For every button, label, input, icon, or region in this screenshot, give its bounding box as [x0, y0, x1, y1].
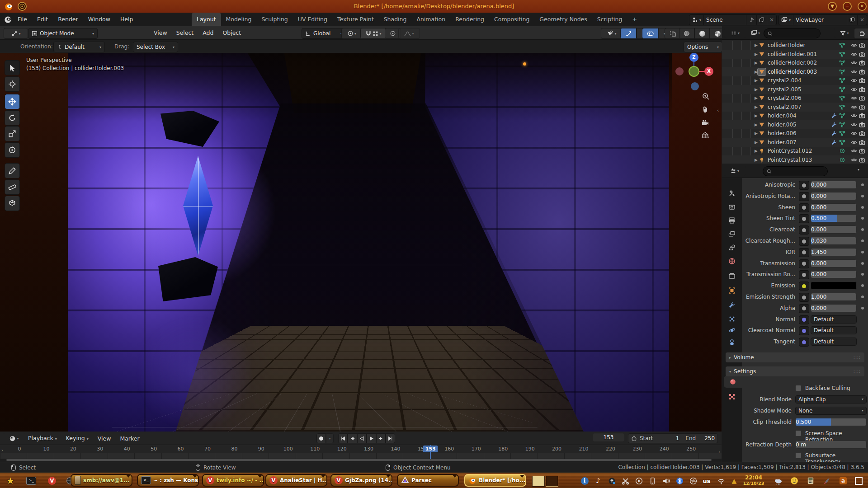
- viewport-3d[interactable]: User Perspective (153) Collection | coll…: [0, 53, 722, 432]
- hide-eye-icon[interactable]: [851, 148, 857, 154]
- outliner-row-PointCrystal.013[interactable]: ▶PointCrystal.013: [722, 155, 868, 164]
- expand-arrow-icon[interactable]: ▶: [755, 43, 758, 47]
- gizmo-z-axis[interactable]: Z: [689, 53, 698, 62]
- blender-menu-icon[interactable]: [4, 15, 12, 23]
- disable-render-camera-icon[interactable]: [859, 86, 865, 93]
- animate-decorator[interactable]: [861, 195, 864, 197]
- tray-music-icon[interactable]: ♪: [593, 476, 603, 486]
- tool-transform-button[interactable]: [5, 142, 20, 158]
- checkbox[interactable]: [795, 385, 802, 391]
- editor-type-button[interactable]: ▾: [4, 28, 28, 39]
- expand-arrow-icon[interactable]: ▶: [755, 131, 758, 136]
- tray-scissors-icon[interactable]: [620, 476, 630, 486]
- outliner-row-holder.005[interactable]: ▶holder.005: [722, 120, 868, 129]
- outliner-item-label[interactable]: crystal2.004: [768, 77, 802, 84]
- disable-render-camera-icon[interactable]: [859, 130, 865, 136]
- camera-view-icon[interactable]: [701, 119, 709, 127]
- task-button-1[interactable]: smb://awv@1...: [71, 474, 132, 487]
- menu-render[interactable]: Render: [53, 13, 83, 26]
- viewlayer-name[interactable]: ViewLayer: [793, 15, 847, 25]
- outliner-item-label[interactable]: PointCrystal.012: [768, 148, 812, 154]
- outliner-item-label[interactable]: colliderHolder.001: [768, 51, 817, 57]
- properties-tab-particles[interactable]: [722, 313, 742, 325]
- property-slider[interactable]: 0.000: [811, 192, 857, 200]
- tray-weather-icon[interactable]: [773, 476, 783, 486]
- disable-render-camera-icon[interactable]: [859, 113, 865, 119]
- scene-pin-icon[interactable]: [746, 15, 757, 25]
- transport-play-back-button[interactable]: [357, 433, 367, 443]
- animate-decorator[interactable]: [861, 251, 864, 253]
- animate-decorator[interactable]: [861, 239, 864, 242]
- expand-arrow-icon[interactable]: ▶: [755, 113, 758, 118]
- properties-tab-tool[interactable]: [722, 188, 742, 199]
- tray-warning-icon[interactable]: ▲: [729, 476, 739, 486]
- scene-new-icon[interactable]: [757, 15, 767, 25]
- end-value[interactable]: 250: [698, 435, 715, 441]
- node-socket-button[interactable]: [799, 192, 809, 201]
- property-slider[interactable]: 0.000: [811, 304, 857, 312]
- hide-eye-icon[interactable]: [851, 130, 857, 136]
- node-socket-button[interactable]: [799, 338, 809, 347]
- disable-render-camera-icon[interactable]: [859, 95, 865, 101]
- task-button-2[interactable]: >_~ : zsh — Kons...: [137, 474, 199, 487]
- disable-render-camera-icon[interactable]: [859, 139, 865, 145]
- outliner-editor-type-button[interactable]: ▾: [724, 28, 746, 38]
- sidebar-toggle-arrow[interactable]: ‹: [717, 108, 719, 113]
- disable-render-camera-icon[interactable]: [859, 51, 865, 57]
- transform-orientation-dropdown[interactable]: Global ▾: [302, 28, 346, 39]
- outliner-item-label[interactable]: holder.006: [768, 130, 797, 136]
- transport-prev-key-button[interactable]: [348, 433, 357, 443]
- outliner-row-colliderHolder[interactable]: ▶colliderHolder: [722, 41, 868, 50]
- disable-render-camera-icon[interactable]: [859, 104, 865, 110]
- node-socket-button[interactable]: [799, 248, 809, 257]
- expand-arrow-icon[interactable]: ▶: [755, 96, 758, 100]
- proportional-falloff-dropdown[interactable]: ▾: [398, 28, 420, 39]
- tray-smiley-icon[interactable]: [789, 476, 799, 486]
- disable-render-camera-icon[interactable]: [859, 122, 865, 128]
- snap-toggle-and-target[interactable]: ▾: [360, 28, 387, 39]
- properties-tab-scene[interactable]: [722, 242, 742, 253]
- timeline-editor-type-button[interactable]: ▾: [3, 433, 25, 443]
- zoom-icon[interactable]: [702, 92, 710, 100]
- timeline-menu-marker[interactable]: Marker: [115, 432, 144, 445]
- settings-panel-header[interactable]: ▾Settings::::: [726, 366, 864, 376]
- tray-network-icon[interactable]: [688, 476, 698, 486]
- orthographic-grid-icon[interactable]: [701, 131, 709, 140]
- color-swatch[interactable]: [811, 282, 857, 290]
- tray-phone-icon[interactable]: [647, 476, 657, 486]
- expand-arrow-icon[interactable]: ▶: [755, 70, 758, 74]
- tray-calculator-icon[interactable]: [806, 476, 816, 486]
- disable-render-camera-icon[interactable]: [859, 157, 865, 163]
- viewport-menu-add[interactable]: Add: [198, 26, 218, 39]
- pivot-point-dropdown[interactable]: ▾: [341, 28, 362, 39]
- timeline-ruler[interactable]: › ‹ 010203040506070809010011012013014015…: [0, 445, 722, 459]
- animate-decorator[interactable]: [861, 284, 864, 287]
- hide-eye-icon[interactable]: [851, 86, 857, 93]
- task-button-5[interactable]: VGjbZa.png (14...: [330, 474, 392, 487]
- viewlayer-browse-icon[interactable]: ▾: [779, 15, 793, 25]
- properties-tab-constraints[interactable]: [722, 337, 742, 348]
- node-socket-button[interactable]: [799, 181, 809, 190]
- hide-eye-icon[interactable]: [851, 104, 857, 110]
- scene-selector[interactable]: ▾ Scene ✕: [689, 14, 777, 25]
- property-slider[interactable]: 1.450: [811, 248, 857, 256]
- property-dropdown[interactable]: Default: [811, 326, 857, 334]
- properties-search-input[interactable]: [763, 166, 828, 176]
- volume-panel-header[interactable]: ▸Volume::::: [726, 352, 864, 362]
- virtual-desktop-1[interactable]: [532, 476, 545, 487]
- hide-eye-icon[interactable]: [851, 51, 857, 57]
- launcher-star-icon[interactable]: ★: [5, 475, 16, 487]
- properties-tab-material[interactable]: [724, 376, 742, 388]
- property-slider[interactable]: 0.000: [811, 225, 857, 234]
- timeline-expand-arrow[interactable]: ›: [1, 448, 3, 453]
- property-slider[interactable]: 1.000: [811, 293, 857, 301]
- expand-arrow-icon[interactable]: ▶: [755, 61, 758, 65]
- animate-decorator[interactable]: [861, 228, 864, 231]
- hide-eye-icon[interactable]: [851, 157, 857, 163]
- pan-hand-icon[interactable]: [701, 105, 709, 113]
- settings-dropdown[interactable]: Alpha Clip▾: [795, 395, 867, 404]
- animate-decorator[interactable]: [861, 296, 864, 298]
- properties-options-chevron[interactable]: ▾: [858, 168, 859, 172]
- menu-window[interactable]: Window: [83, 13, 115, 26]
- tray-bluetooth-icon[interactable]: [675, 476, 684, 486]
